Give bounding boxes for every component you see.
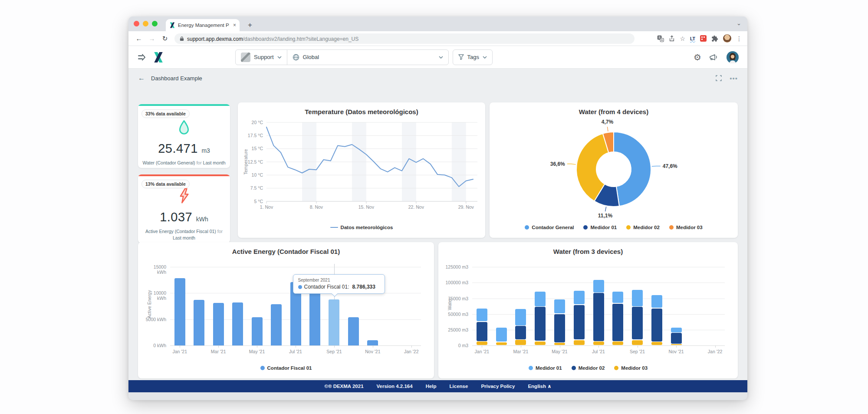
stacked-bar-segment-medidor-02[interactable] [515, 326, 526, 339]
forward-button[interactable]: → [147, 35, 157, 42]
bar-apr21[interactable] [232, 302, 243, 345]
settings-gear-icon[interactable]: ⚙ [694, 53, 701, 62]
header-actions: ⚙ [694, 51, 739, 63]
stacked-bar-segment-medidor-03[interactable] [535, 342, 546, 345]
stacked-bar-segment-medidor-03[interactable] [593, 342, 604, 345]
scope-selector[interactable]: Global [287, 50, 448, 65]
tags-selector[interactable]: Tags [453, 49, 493, 65]
window-controls [134, 21, 158, 26]
bar-jun21[interactable] [271, 304, 282, 345]
y-axis-tick-label: 15000 kWh [143, 264, 166, 275]
legend-item[interactable]: Medidor 02 [626, 225, 660, 230]
browser-profile-avatar[interactable] [723, 34, 731, 43]
bar-oct21[interactable] [348, 317, 359, 345]
stacked-bar-segment-medidor-01[interactable] [612, 292, 623, 303]
stacked-bar-segment-medidor-03[interactable] [496, 342, 507, 345]
translate-icon[interactable] [657, 35, 664, 42]
stacked-bar-segment-medidor-03[interactable] [612, 342, 623, 345]
x-axis-tickmark [560, 345, 560, 348]
stacked-bar-segment-medidor-02[interactable] [477, 322, 487, 341]
donut-slice-contador-general[interactable] [614, 132, 651, 206]
organization-selector[interactable]: Support [236, 50, 287, 65]
x-axis-tickmark [296, 345, 296, 348]
bar-jan21[interactable] [174, 278, 185, 346]
y-axis-tick-label: 125000 m3 [444, 264, 468, 269]
user-avatar[interactable] [727, 51, 739, 63]
zoom-window-button[interactable] [152, 21, 158, 26]
svg-text:Temperature: Temperature [243, 149, 248, 174]
minimize-window-button[interactable] [143, 21, 148, 26]
stacked-bar-segment-medidor-02[interactable] [574, 305, 585, 340]
close-window-button[interactable] [134, 21, 139, 26]
stacked-bar-segment-medidor-02[interactable] [632, 307, 643, 339]
legend-item[interactable]: Medidor 03 [614, 365, 648, 371]
filter-funnel-icon [458, 54, 464, 60]
stacked-bar-segment-medidor-02[interactable] [535, 307, 546, 341]
browser-menu-icon[interactable]: ⋮ [736, 35, 742, 42]
more-options-icon[interactable]: ••• [730, 75, 738, 82]
stacked-bar-segment-medidor-03[interactable] [574, 340, 585, 345]
stacked-bar-segment-medidor-03[interactable] [515, 340, 526, 345]
tab-search-chevron-icon[interactable]: ⌄ [736, 20, 741, 26]
stacked-bar-segment-medidor-03[interactable] [651, 342, 662, 345]
bar-feb21[interactable] [194, 300, 204, 345]
stacked-bar-segment-medidor-02[interactable] [612, 304, 623, 341]
legend-item[interactable]: Medidor 01 [583, 225, 617, 230]
tab-close-icon[interactable]: × [233, 23, 236, 28]
bar-may21[interactable] [252, 317, 263, 345]
legend-item[interactable]: Contador Fiscal 01 [260, 365, 312, 371]
stacked-bar-segment-medidor-03[interactable] [671, 344, 682, 345]
extension-icon-with-badge[interactable]: 7 [700, 35, 707, 42]
extensions-puzzle-icon[interactable] [711, 35, 718, 42]
sidebar-toggle-icon[interactable] [137, 53, 147, 61]
bar-mar21[interactable] [213, 303, 224, 345]
back-button[interactable]: ← [134, 35, 144, 42]
legend-item[interactable]: Datos meteorológicos [330, 225, 393, 230]
back-arrow-icon[interactable]: ← [138, 74, 145, 82]
stacked-bar-segment-medidor-01[interactable] [535, 292, 546, 306]
chart-title: Water (from 4 devices) [490, 102, 738, 115]
footer-link-license[interactable]: License [450, 384, 468, 389]
announcements-megaphone-icon[interactable] [709, 53, 719, 61]
dexma-logo[interactable] [153, 51, 164, 63]
stacked-bar-segment-medidor-01[interactable] [477, 309, 487, 322]
footer-link-privacy[interactable]: Privacy Policy [481, 384, 515, 389]
stacked-bar-segment-medidor-03[interactable] [632, 340, 643, 345]
stacked-bar-segment-medidor-01[interactable] [515, 309, 526, 325]
browser-tab[interactable]: Energy Management Platform × [166, 19, 240, 31]
stacked-bar-segment-medidor-01[interactable] [574, 291, 585, 304]
stacked-bar-segment-medidor-01[interactable] [593, 280, 604, 292]
stacked-bar-segment-medidor-02[interactable] [651, 309, 662, 342]
share-icon[interactable] [669, 35, 675, 42]
svg-text:22. Nov: 22. Nov [408, 204, 424, 210]
legend-item[interactable]: Medidor 02 [572, 365, 605, 371]
stacked-bar-segment-medidor-02[interactable] [671, 333, 682, 344]
stacked-bar-segment-medidor-03[interactable] [477, 342, 487, 345]
new-tab-button[interactable]: + [245, 20, 255, 30]
reload-button[interactable]: ↻ [160, 35, 170, 43]
stacked-bar-segment-medidor-01[interactable] [554, 299, 565, 314]
stacked-bar-segment-medidor-01[interactable] [496, 328, 507, 342]
bookmark-star-icon[interactable]: ☆ [680, 35, 685, 42]
url-field[interactable]: support.app.dexma.com/dashboardsv2/landi… [174, 33, 635, 44]
x-axis-tick-label: Jan '22 [392, 349, 431, 354]
stacked-bar-segment-medidor-01[interactable] [651, 295, 662, 308]
page-title: Dashboard Example [151, 75, 202, 82]
bar-sep21[interactable] [329, 299, 339, 345]
footer-language-selector[interactable]: English ∧ [528, 383, 551, 389]
stacked-bar-segment-medidor-01[interactable] [632, 290, 643, 306]
legend-item[interactable]: Medidor 03 [669, 225, 703, 230]
fullscreen-icon[interactable] [716, 75, 722, 81]
stacked-bar-segment-medidor-01[interactable] [671, 328, 682, 332]
stacked-bar-segment-medidor-02[interactable] [554, 314, 565, 342]
bar-nov21[interactable] [367, 340, 378, 345]
languagetool-extension-icon[interactable]: LT [690, 36, 695, 41]
legend-item[interactable]: Medidor 01 [529, 365, 562, 371]
lock-icon [180, 36, 184, 41]
stacked-bar-segment-medidor-02[interactable] [593, 293, 604, 341]
globe-icon [293, 54, 299, 61]
footer-link-help[interactable]: Help [426, 384, 437, 389]
stacked-bar-segment-medidor-03[interactable] [554, 343, 565, 345]
legend-item[interactable]: Contador General [525, 225, 574, 230]
legend-dot [529, 366, 533, 370]
